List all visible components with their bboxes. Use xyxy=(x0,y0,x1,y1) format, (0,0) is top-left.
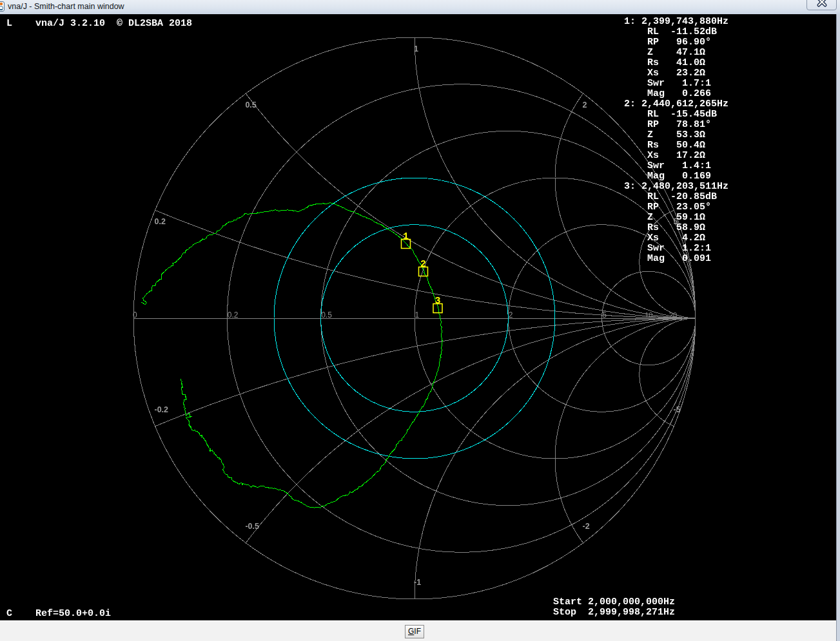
svg-text:-5: -5 xyxy=(674,405,681,414)
svg-text:3: 3 xyxy=(435,296,440,307)
svg-text:5: 5 xyxy=(602,311,607,320)
svg-text:1: 1 xyxy=(415,311,420,320)
svg-text:0.2: 0.2 xyxy=(228,311,239,320)
svg-text:-0.2: -0.2 xyxy=(155,405,169,414)
svg-text:0: 0 xyxy=(133,311,137,320)
svg-text:10: 10 xyxy=(645,311,652,319)
svg-text:2: 2 xyxy=(509,311,513,320)
svg-text:1: 1 xyxy=(403,231,409,242)
svg-text:-1: -1 xyxy=(414,578,421,587)
svg-text:2: 2 xyxy=(583,100,587,110)
svg-text:1: 1 xyxy=(414,44,418,53)
svg-text:0.2: 0.2 xyxy=(155,217,166,226)
svg-text:-0.5: -0.5 xyxy=(245,522,259,531)
svg-text:2: 2 xyxy=(420,259,426,270)
svg-text:0.5: 0.5 xyxy=(245,100,256,110)
svg-text:-2: -2 xyxy=(583,522,590,531)
svg-text:20: 20 xyxy=(669,311,677,319)
svg-text:0.5: 0.5 xyxy=(321,311,332,320)
